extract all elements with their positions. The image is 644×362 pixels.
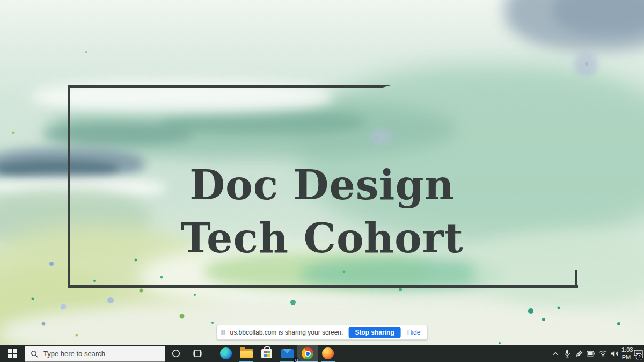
system-tray: 1:03 PM 3/3/2021 2 — [550, 345, 644, 362]
mail-icon — [281, 349, 294, 358]
pen-icon — [575, 350, 583, 357]
task-view-icon — [193, 350, 202, 357]
desktop-screen: Doc Design Tech Cohort us.bbcollab.com i… — [0, 0, 644, 362]
taskbar-app-store[interactable] — [257, 345, 277, 362]
battery-icon — [587, 351, 595, 357]
taskbar-app-firefox[interactable] — [318, 345, 338, 362]
watercolor-wash — [370, 129, 392, 145]
watercolor-wash — [553, 0, 644, 35]
wifi-icon — [599, 350, 607, 357]
tray-network[interactable] — [597, 345, 609, 362]
microphone-icon — [564, 350, 570, 358]
presentation-slide: Doc Design Tech Cohort — [0, 0, 644, 345]
screen-share-indicator-icon — [222, 330, 225, 335]
windows-logo-icon — [8, 349, 17, 358]
taskbar-search-box[interactable] — [25, 346, 165, 362]
watercolor-wash — [161, 110, 365, 134]
windows-taskbar: 8 — [0, 345, 644, 362]
tray-volume[interactable] — [609, 345, 620, 362]
slide-title-line2: Tech Cohort — [180, 214, 463, 262]
start-button[interactable] — [0, 345, 25, 362]
cortana-button[interactable] — [165, 345, 187, 362]
watercolor-wash — [0, 269, 118, 345]
watercolor-wash — [574, 53, 598, 76]
taskbar-app-edge[interactable] — [216, 345, 236, 362]
title-frame-right-border — [575, 270, 577, 288]
watercolor-wash — [43, 124, 193, 145]
slide-title: Doc Design Tech Cohort — [0, 158, 644, 265]
screen-share-message: us.bbcollab.com is sharing your screen. — [230, 329, 343, 336]
screen-share-bar: us.bbcollab.com is sharing your screen. … — [217, 325, 428, 340]
store-icon — [261, 349, 272, 358]
stop-sharing-button[interactable]: Stop sharing — [348, 327, 400, 338]
chrome-icon — [302, 347, 313, 359]
taskbar-clock[interactable]: 1:03 PM 3/3/2021 — [620, 345, 632, 362]
tray-show-hidden-icons[interactable] — [550, 345, 561, 362]
edge-icon — [220, 347, 232, 359]
tray-pen[interactable] — [573, 345, 585, 362]
tray-battery[interactable] — [585, 345, 597, 362]
clock-time: 1:03 PM — [621, 346, 631, 361]
taskbar-app-file-explorer[interactable] — [236, 345, 257, 362]
task-view-button[interactable] — [187, 345, 208, 362]
watercolor-speckles — [0, 0, 1, 1]
hide-sharing-bar-link[interactable]: Hide — [406, 329, 422, 336]
watercolor-wash — [504, 0, 644, 51]
chevron-up-icon — [552, 351, 559, 356]
notification-count-badge: 2 — [636, 353, 643, 360]
volume-icon — [611, 350, 619, 357]
watercolor-wash — [48, 99, 456, 158]
title-frame-top-border — [68, 85, 391, 88]
tray-microphone[interactable] — [561, 345, 573, 362]
file-explorer-icon — [240, 349, 253, 358]
search-input[interactable] — [42, 349, 150, 358]
action-center-button[interactable]: 2 — [632, 345, 644, 362]
taskbar-app-mail[interactable]: 8 — [277, 345, 297, 362]
title-frame-bottom-border — [68, 285, 578, 288]
search-icon — [31, 350, 38, 358]
slide-title-line1: Doc Design — [189, 161, 455, 209]
taskbar-app-chrome[interactable] — [297, 345, 318, 362]
cortana-circle-icon — [172, 349, 180, 358]
firefox-icon — [322, 347, 334, 359]
